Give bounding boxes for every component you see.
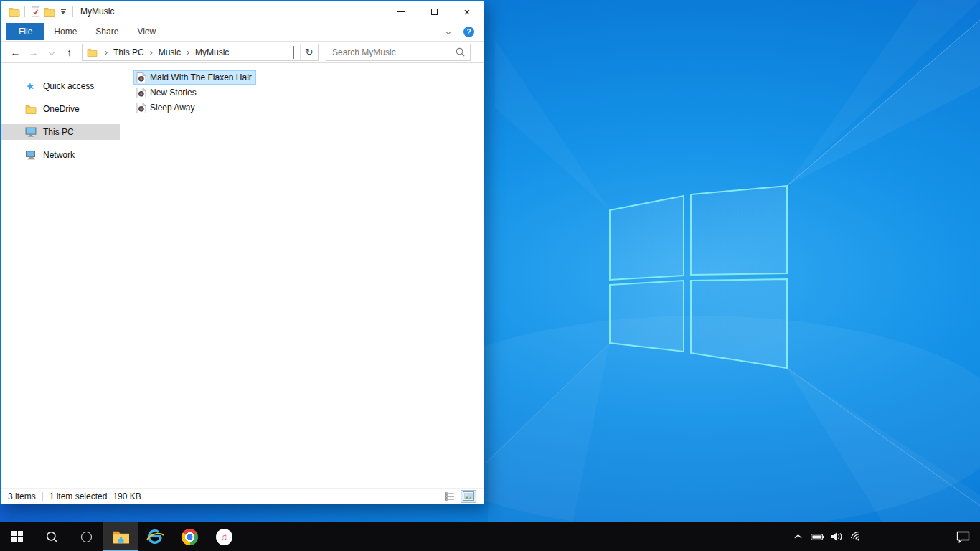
- help-icon[interactable]: ?: [463, 27, 474, 37]
- file-item[interactable]: New Stories: [133, 85, 201, 100]
- expand-ribbon-icon[interactable]: [446, 29, 451, 34]
- breadcrumb-separator: ›: [182, 47, 194, 57]
- sidebar-item-label: OneDrive: [43, 104, 80, 114]
- forward-button[interactable]: →: [24, 44, 42, 61]
- search-box[interactable]: [326, 44, 471, 61]
- quick-access-star-icon: ★: [24, 80, 37, 92]
- search-input[interactable]: [326, 47, 456, 57]
- details-view-button[interactable]: [442, 490, 458, 503]
- taskbar-itunes-button[interactable]: ♫: [207, 522, 241, 551]
- this-pc-monitor-icon: [24, 127, 37, 137]
- file-item[interactable]: Maid With The Flaxen Hair: [133, 70, 256, 85]
- ribbon-tabs: File Home Share View ?: [1, 22, 484, 42]
- address-dropdown-icon[interactable]: [288, 46, 300, 59]
- taskbar: ♫: [0, 522, 980, 551]
- breadcrumb-mymusic[interactable]: MyMusic: [194, 47, 230, 57]
- window-title: MyMusic: [80, 6, 114, 17]
- action-center-icon[interactable]: [955, 527, 971, 547]
- chrome-icon: [182, 529, 198, 545]
- tab-file[interactable]: File: [6, 23, 44, 40]
- sidebar-item-network[interactable]: Network: [1, 147, 120, 163]
- file-name: New Stories: [150, 88, 197, 98]
- taskbar-internet-explorer-button[interactable]: [138, 522, 172, 551]
- up-button[interactable]: ↑: [60, 44, 78, 61]
- audio-file-icon: [136, 103, 146, 113]
- window-folder-icon: [7, 4, 22, 19]
- file-explorer-window: MyMusic × File Home Share View ? ← → ↑ ›…: [0, 0, 484, 504]
- sidebar-item-onedrive[interactable]: OneDrive: [1, 101, 120, 117]
- volume-icon[interactable]: [829, 527, 845, 547]
- address-folder-icon: [87, 48, 98, 57]
- internet-explorer-icon: [146, 528, 164, 545]
- tab-view[interactable]: View: [128, 23, 165, 40]
- breadcrumb-this-pc[interactable]: This PC: [112, 47, 146, 57]
- tab-share[interactable]: Share: [86, 23, 128, 40]
- battery-icon[interactable]: [809, 527, 826, 547]
- network-pc-icon: [24, 150, 37, 160]
- breadcrumb-separator: ›: [100, 47, 112, 57]
- new-folder-icon[interactable]: [42, 4, 57, 19]
- selection-count: 1 item selected: [50, 491, 108, 501]
- navigation-pane: ★ Quick access OneDrive This PC Network: [1, 64, 120, 488]
- system-tray: [790, 522, 980, 551]
- status-bar: 3 items 1 item selected 190 KB: [1, 488, 484, 504]
- close-button[interactable]: ×: [451, 1, 484, 22]
- properties-icon[interactable]: [28, 4, 42, 19]
- thumbnail-view-button[interactable]: [461, 490, 476, 503]
- address-toolbar: ← → ↑ › This PC › Music › MyMusic ↻: [1, 42, 484, 63]
- items-count: 3 items: [8, 491, 36, 501]
- customize-quick-access-toolbar-icon[interactable]: [58, 9, 68, 14]
- file-item[interactable]: Sleep Away: [133, 100, 199, 115]
- itunes-icon: ♫: [216, 529, 232, 545]
- address-bar[interactable]: › This PC › Music › MyMusic ↻: [82, 44, 319, 61]
- audio-file-icon: [136, 72, 146, 83]
- sidebar-item-label: This PC: [43, 127, 74, 137]
- sidebar-item-label: Quick access: [43, 81, 94, 91]
- recent-locations-icon[interactable]: [42, 44, 60, 61]
- sidebar-item-quick-access[interactable]: ★ Quick access: [1, 78, 120, 94]
- sidebar-item-label: Network: [43, 150, 75, 160]
- windows-logo-icon: [11, 531, 23, 542]
- file-name: Sleep Away: [150, 103, 195, 113]
- back-button[interactable]: ←: [6, 44, 24, 61]
- cortana-button[interactable]: [69, 522, 103, 551]
- search-icon: [46, 531, 58, 543]
- titlebar[interactable]: MyMusic ×: [1, 1, 484, 22]
- search-icon[interactable]: [456, 47, 465, 57]
- taskbar-file-explorer-button[interactable]: [103, 522, 138, 551]
- taskbar-chrome-button[interactable]: [172, 522, 207, 551]
- file-explorer-icon: [112, 529, 130, 545]
- breadcrumb-music[interactable]: Music: [157, 47, 182, 57]
- tray-expand-icon[interactable]: [790, 527, 806, 547]
- file-list[interactable]: Maid With The Flaxen Hair New Stories Sl…: [120, 64, 484, 488]
- breadcrumb-separator: ›: [146, 47, 157, 57]
- maximize-button[interactable]: [418, 1, 451, 22]
- cortana-icon: [81, 532, 92, 542]
- sidebar-item-this-pc[interactable]: This PC: [1, 124, 120, 140]
- status-divider: [42, 492, 43, 501]
- close-icon: ×: [464, 6, 471, 17]
- tab-home[interactable]: Home: [44, 23, 86, 40]
- start-button[interactable]: [0, 522, 34, 551]
- minimize-icon: [397, 11, 405, 12]
- minimize-button[interactable]: [385, 1, 418, 22]
- file-name: Maid With The Flaxen Hair: [150, 72, 252, 83]
- maximize-icon: [431, 9, 438, 15]
- titlebar-separator: [24, 6, 25, 17]
- onedrive-folder-icon: [24, 105, 37, 114]
- audio-file-icon: [136, 88, 146, 98]
- titlebar-separator: [72, 6, 73, 17]
- refresh-icon[interactable]: ↻: [301, 47, 318, 57]
- taskbar-search-button[interactable]: [34, 522, 69, 551]
- selection-size: 190 KB: [113, 491, 141, 501]
- wifi-icon[interactable]: [848, 527, 864, 547]
